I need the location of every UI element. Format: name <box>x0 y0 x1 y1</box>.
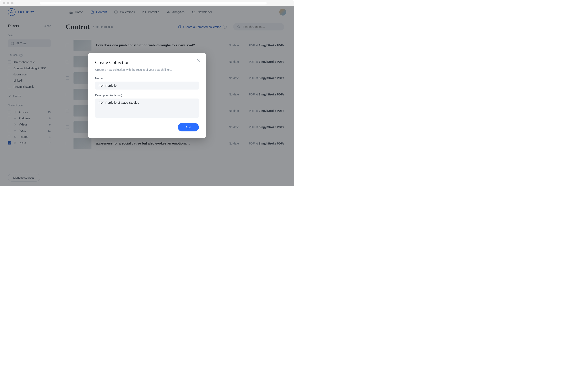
modal-title: Create Collection <box>95 60 199 65</box>
create-collection-modal: Create Collection Create a new collectio… <box>88 53 206 138</box>
url-bar[interactable] <box>40 2 267 4</box>
modal-overlay[interactable]: Create Collection Create a new collectio… <box>0 6 294 186</box>
modal-subtitle: Create a new collection with the results… <box>95 68 199 71</box>
traffic-min[interactable] <box>7 2 9 4</box>
collection-desc-input[interactable] <box>95 98 199 118</box>
collection-name-input[interactable] <box>95 82 199 89</box>
traffic-max[interactable] <box>11 2 13 4</box>
window-chrome <box>0 0 294 6</box>
name-label: Name <box>95 77 199 80</box>
add-button[interactable]: Add <box>178 123 199 131</box>
close-button[interactable] <box>196 58 200 63</box>
traffic-close[interactable] <box>3 2 5 4</box>
app: A AUTHORY Home Content Collections Portf… <box>0 6 294 186</box>
desc-label: Description (optional) <box>95 94 199 97</box>
